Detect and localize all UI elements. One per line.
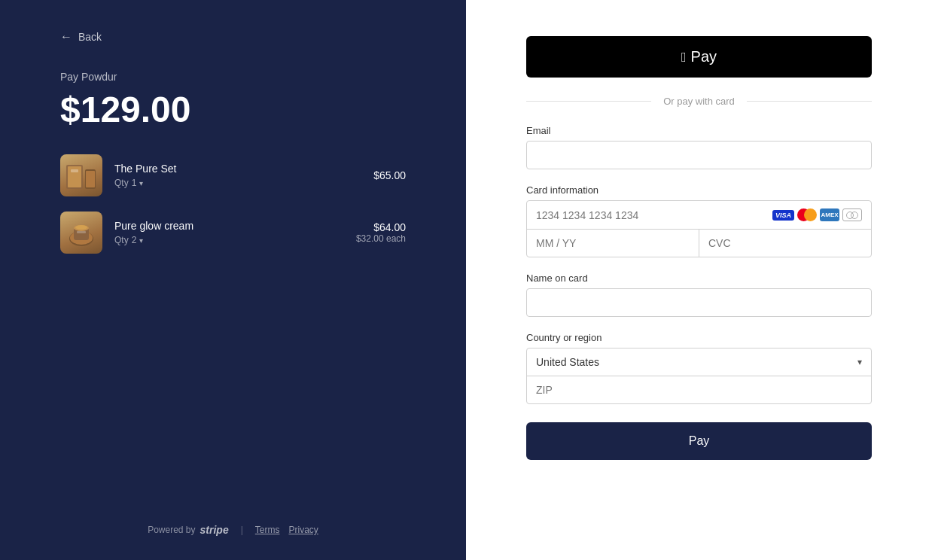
zip-input[interactable] [527,376,871,403]
apple-pay-button[interactable]:  Pay [526,36,872,78]
country-value: United States [536,356,857,368]
list-item: Pure glow cream Qty 2 ▾ $64.00 $32.00 ea… [60,212,406,254]
footer-links: Terms Privacy [255,525,318,535]
mastercard-icon [797,208,817,221]
item-name-2: Pure glow cream [114,220,344,232]
card-info-box: VISA AMEX [526,200,872,257]
qty-chevron-icon-1: ▾ [139,179,143,187]
email-label: Email [526,125,872,136]
card-expiry-input[interactable] [527,230,699,257]
item-name-1: The Pure Set [114,163,361,175]
country-region-box: United States ▾ [526,348,872,404]
merchant-name: Pay Powdur [60,71,406,83]
item-details-2: Pure glow cream Qty 2 ▾ [114,220,344,245]
svg-rect-4 [71,169,78,172]
amex-icon: AMEX [820,208,839,221]
item-price-2: $64.00 $32.00 each [356,221,406,244]
item-price-value-1: $65.00 [373,169,406,181]
qty-value-1: 1 [132,178,137,188]
total-amount: $129.00 [60,89,406,130]
right-panel:  Pay Or pay with card Email Card inform… [466,0,932,560]
card-info-group: Card information VISA AMEX [526,184,872,257]
divider-line-right [747,101,872,102]
item-price-1: $65.00 [373,169,406,181]
item-details-1: The Pure Set Qty 1 ▾ [114,163,361,188]
product-image-2 [60,212,102,254]
stripe-logo: stripe [200,524,229,536]
back-label: Back [78,31,102,43]
name-label: Name on card [526,272,872,284]
item-price-value-2: $64.00 [356,221,406,233]
list-item: The Pure Set Qty 1 ▾ $65.00 [60,154,406,196]
email-field[interactable] [526,141,872,169]
svg-rect-10 [77,231,86,233]
qty-chevron-icon-2: ▾ [139,236,143,245]
diners-icon [842,208,862,221]
divider-text: Or pay with card [663,96,735,107]
divider-line-left [526,101,651,102]
card-number-input[interactable] [536,209,766,221]
item-qty-1[interactable]: Qty 1 ▾ [114,178,361,188]
item-price-each-2: $32.00 each [356,233,406,244]
left-footer: Powered by stripe | Terms Privacy [0,524,466,536]
card-expiry-cvc-row [527,230,871,257]
svg-rect-3 [86,171,95,187]
apple-pay-label: Pay [691,48,717,65]
name-group: Name on card [526,272,872,317]
card-info-label: Card information [526,184,872,196]
product-image-1 [60,154,102,196]
powered-by-label: Powered by [148,525,195,535]
qty-label-2: Qty [114,235,129,245]
svg-point-9 [75,225,87,230]
terms-link[interactable]: Terms [255,525,280,535]
pay-button[interactable]: Pay [526,422,872,460]
footer-divider: | [241,525,243,535]
left-panel: ← Back Pay Powdur $129.00 The Pure Set Q… [0,0,466,560]
apple-icon:  [681,50,687,64]
powered-by: Powered by stripe [148,524,229,536]
chevron-down-icon: ▾ [857,357,862,367]
item-qty-2[interactable]: Qty 2 ▾ [114,235,344,245]
visa-icon: VISA [772,210,794,221]
email-group: Email [526,125,872,169]
divider-row: Or pay with card [526,96,872,107]
card-number-row: VISA AMEX [527,201,871,230]
order-items: The Pure Set Qty 1 ▾ $65.00 [60,154,406,254]
country-group: Country or region United States ▾ [526,332,872,404]
qty-label-1: Qty [114,178,129,188]
country-select[interactable]: United States ▾ [527,348,871,376]
back-button[interactable]: ← Back [60,30,406,44]
card-cvc-input[interactable] [699,230,871,257]
card-icons: VISA AMEX [772,208,862,221]
qty-value-2: 2 [132,235,137,245]
back-arrow-icon: ← [60,30,72,44]
country-label: Country or region [526,332,872,343]
name-on-card-input[interactable] [526,288,872,317]
privacy-link[interactable]: Privacy [288,525,318,535]
